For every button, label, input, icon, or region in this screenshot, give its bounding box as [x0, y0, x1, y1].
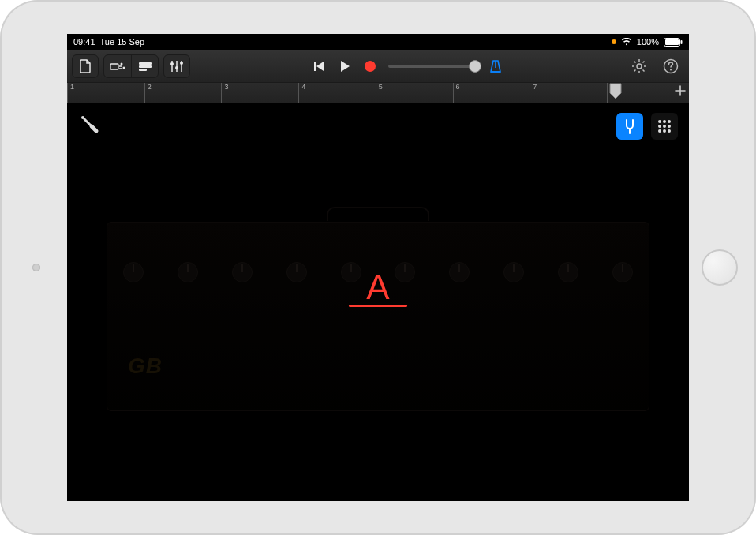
ruler-bar-6: 6 — [453, 83, 460, 103]
tuning-fork-icon — [621, 118, 638, 135]
svg-rect-6 — [139, 62, 152, 65]
volume-slider[interactable] — [388, 65, 475, 68]
ruler-bar-5: 5 — [376, 83, 383, 103]
playhead-marker[interactable] — [608, 83, 623, 103]
ruler-bar-2: 2 — [144, 83, 152, 103]
status-bar: 09:41 Tue 15 Sep 100% — [67, 34, 689, 50]
record-button[interactable] — [365, 61, 376, 72]
svg-point-16 — [658, 120, 661, 123]
svg-point-10 — [175, 66, 178, 69]
svg-point-23 — [663, 129, 666, 133]
amp-brand: GB — [128, 354, 163, 379]
battery-icon — [664, 38, 683, 47]
tuner-button[interactable] — [616, 113, 643, 140]
amp-knob — [123, 262, 144, 282]
svg-rect-1 — [665, 39, 679, 45]
ruler-bar-1: 1 — [67, 83, 74, 103]
status-date: Tue 15 Sep — [100, 37, 144, 47]
plus-icon — [675, 85, 686, 96]
instrument-canvas: GB A — [67, 103, 689, 501]
amp-handle — [327, 207, 429, 221]
svg-point-17 — [663, 120, 666, 123]
svg-point-14 — [670, 69, 672, 70]
ruler-bar-7: 7 — [530, 83, 537, 103]
play-button[interactable] — [339, 60, 350, 73]
main-toolbar — [67, 50, 689, 83]
fx-icon — [170, 60, 184, 73]
amp-knob — [612, 262, 633, 282]
chord-grid-icon — [657, 118, 672, 134]
view-toggle — [103, 54, 159, 78]
add-section-button[interactable] — [675, 85, 686, 96]
timeline-ruler[interactable]: 1 2 3 4 5 6 7 8 — [67, 83, 689, 103]
chord-strips-button[interactable] — [651, 113, 678, 140]
svg-point-21 — [668, 125, 671, 128]
tracks-view-button[interactable] — [131, 55, 158, 77]
help-button[interactable] — [657, 54, 684, 78]
mic-in-use-dot — [612, 39, 616, 44]
document-icon — [79, 59, 92, 73]
svg-point-5 — [123, 66, 125, 69]
tuner-note: A — [366, 268, 389, 307]
amp-knob — [503, 262, 524, 282]
metronome-icon — [488, 58, 503, 74]
svg-point-12 — [637, 64, 642, 69]
gear-icon — [631, 58, 647, 74]
amp-knob — [341, 262, 361, 282]
home-button[interactable] — [702, 249, 738, 286]
svg-point-18 — [668, 120, 671, 123]
svg-rect-2 — [681, 40, 683, 44]
transport-controls — [313, 60, 376, 73]
browser-view-button[interactable] — [104, 55, 131, 77]
amp-backdrop: GB — [107, 222, 649, 411]
status-time: 09:41 — [73, 37, 95, 47]
play-icon — [339, 60, 350, 73]
amp-knob — [558, 262, 578, 282]
record-icon — [365, 61, 376, 72]
svg-point-9 — [170, 62, 174, 65]
svg-point-4 — [121, 62, 123, 65]
svg-rect-3 — [110, 64, 118, 69]
my-songs-button[interactable] — [72, 54, 99, 78]
svg-point-20 — [663, 125, 666, 128]
tracklist-icon — [138, 62, 152, 71]
svg-point-11 — [180, 62, 183, 65]
wifi-icon — [621, 38, 632, 46]
ruler-bar-3: 3 — [221, 83, 228, 103]
settings-button[interactable] — [626, 54, 653, 78]
metronome-button[interactable] — [488, 58, 503, 74]
go-to-start-button[interactable] — [313, 60, 325, 73]
help-icon — [663, 58, 679, 74]
ruler-bar-4: 4 — [298, 83, 305, 103]
amp-knob — [178, 262, 198, 282]
jack-plug-icon — [78, 113, 100, 135]
screen: 09:41 Tue 15 Sep 100% — [67, 34, 689, 501]
amp-knob — [395, 262, 415, 282]
fx-button[interactable] — [163, 54, 190, 78]
battery-pct: 100% — [637, 37, 659, 47]
svg-rect-7 — [139, 65, 152, 68]
svg-point-22 — [658, 129, 661, 133]
volume-knob[interactable] — [469, 60, 481, 73]
svg-rect-8 — [139, 69, 147, 71]
ipad-device-frame: 09:41 Tue 15 Sep 100% — [0, 0, 756, 535]
amp-knob — [232, 262, 253, 282]
svg-point-19 — [658, 125, 661, 128]
svg-point-24 — [668, 129, 671, 133]
amp-knob — [286, 262, 307, 282]
browser-icon — [110, 61, 125, 72]
skip-back-icon — [313, 60, 325, 73]
input-settings-button[interactable] — [78, 113, 102, 137]
front-camera — [32, 264, 40, 271]
amp-knob — [449, 262, 470, 282]
